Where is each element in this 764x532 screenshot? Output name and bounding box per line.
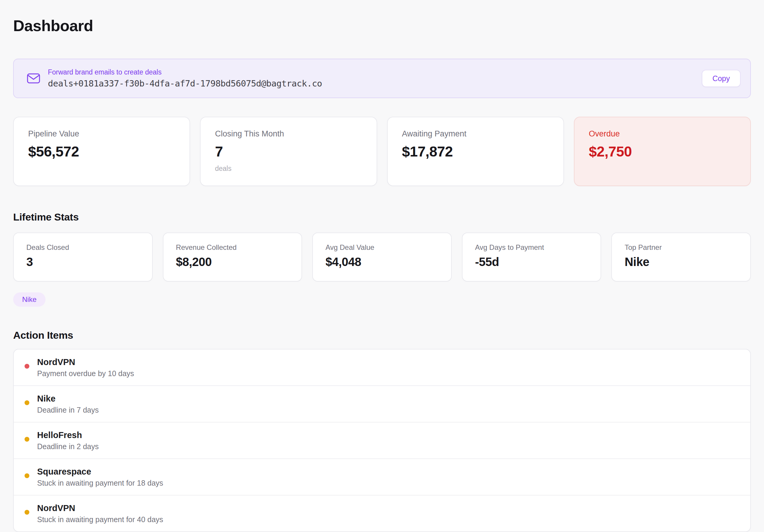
status-dot-amber bbox=[25, 473, 29, 478]
action-item-nike-deadline[interactable]: Nike Deadline in 7 days bbox=[14, 385, 750, 422]
copy-button[interactable]: Copy bbox=[702, 70, 741, 87]
action-item-detail: Stuck in awaiting payment for 18 days bbox=[37, 478, 163, 488]
forward-email-address: deals+0181a337-f30b-4dfa-af7d-1798bd5607… bbox=[48, 78, 702, 88]
stat-label: Awaiting Payment bbox=[402, 129, 549, 139]
stat-value: 7 bbox=[215, 143, 362, 160]
stat-value: $2,750 bbox=[589, 143, 736, 160]
action-item-text: NordVPN Stuck in awaiting payment for 40… bbox=[37, 503, 163, 524]
action-items-list: NordVPN Payment overdue by 10 days Nike … bbox=[13, 349, 751, 532]
lifetime-value: 3 bbox=[26, 255, 139, 269]
stat-card-awaiting-payment: Awaiting Payment $17,872 bbox=[387, 117, 564, 186]
stat-label: Pipeline Value bbox=[28, 129, 175, 139]
lifetime-value: $8,200 bbox=[176, 255, 289, 269]
stat-card-closing-this-month: Closing This Month 7 deals bbox=[200, 117, 377, 186]
stat-value: $17,872 bbox=[402, 143, 549, 160]
banner-text: Forward brand emails to create deals dea… bbox=[48, 68, 702, 88]
action-items-heading: Action Items bbox=[13, 330, 751, 341]
action-item-text: HelloFresh Deadline in 2 days bbox=[37, 430, 99, 451]
status-dot-amber bbox=[25, 437, 29, 442]
status-dot-amber bbox=[25, 400, 29, 405]
stat-value: $56,572 bbox=[28, 143, 175, 160]
stat-card-overdue: Overdue $2,750 bbox=[574, 117, 751, 186]
action-item-detail: Payment overdue by 10 days bbox=[37, 369, 134, 378]
lifetime-label: Avg Deal Value bbox=[325, 243, 439, 252]
dashboard-page: Dashboard Forward brand emails to create… bbox=[0, 0, 764, 532]
action-item-name: NordVPN bbox=[37, 357, 134, 367]
action-item-text: NordVPN Payment overdue by 10 days bbox=[37, 357, 134, 378]
lifetime-card-revenue-collected: Revenue Collected $8,200 bbox=[163, 232, 302, 282]
lifetime-label: Avg Days to Payment bbox=[475, 243, 588, 252]
action-item-detail: Stuck in awaiting payment for 40 days bbox=[37, 515, 163, 524]
action-item-name: Nike bbox=[37, 393, 99, 404]
stat-card-pipeline-value: Pipeline Value $56,572 bbox=[13, 117, 190, 186]
lifetime-card-deals-closed: Deals Closed 3 bbox=[13, 232, 153, 282]
status-dot-red bbox=[25, 364, 29, 369]
action-item-detail: Deadline in 7 days bbox=[37, 405, 99, 415]
envelope-icon bbox=[27, 73, 40, 84]
action-item-nordvpn-overdue[interactable]: NordVPN Payment overdue by 10 days bbox=[14, 349, 750, 385]
lifetime-card-top-partner: Top Partner Nike bbox=[611, 232, 751, 282]
lifetime-label: Top Partner bbox=[625, 243, 738, 252]
status-dot-amber bbox=[25, 510, 29, 515]
lifetime-card-avg-days-to-payment: Avg Days to Payment -55d bbox=[462, 232, 601, 282]
lifetime-label: Deals Closed bbox=[26, 243, 139, 252]
action-item-text: Nike Deadline in 7 days bbox=[37, 393, 99, 415]
lifetime-value: -55d bbox=[475, 255, 588, 269]
lifetime-stats-row: Deals Closed 3 Revenue Collected $8,200 … bbox=[13, 232, 751, 282]
lifetime-value: Nike bbox=[625, 255, 738, 269]
stat-sub-label: deals bbox=[215, 165, 362, 173]
action-item-detail: Deadline in 2 days bbox=[37, 442, 99, 451]
stat-label: Overdue bbox=[589, 129, 736, 139]
action-item-hellofresh-deadline[interactable]: HelloFresh Deadline in 2 days bbox=[14, 422, 750, 459]
lifetime-value: $4,048 bbox=[325, 255, 439, 269]
page-title: Dashboard bbox=[13, 0, 751, 35]
lifetime-stats-heading: Lifetime Stats bbox=[13, 211, 751, 223]
stats-row: Pipeline Value $56,572 Closing This Mont… bbox=[13, 117, 751, 186]
action-item-name: Squarespace bbox=[37, 466, 163, 477]
banner-title: Forward brand emails to create deals bbox=[48, 68, 702, 76]
stat-label: Closing This Month bbox=[215, 129, 362, 139]
lifetime-label: Revenue Collected bbox=[176, 243, 289, 252]
action-item-name: HelloFresh bbox=[37, 430, 99, 441]
action-item-text: Squarespace Stuck in awaiting payment fo… bbox=[37, 466, 163, 488]
action-item-squarespace-stuck[interactable]: Squarespace Stuck in awaiting payment fo… bbox=[14, 459, 750, 495]
partner-badge-nike[interactable]: Nike bbox=[13, 292, 46, 307]
action-item-nordvpn-stuck[interactable]: NordVPN Stuck in awaiting payment for 40… bbox=[14, 495, 750, 531]
lifetime-card-avg-deal-value: Avg Deal Value $4,048 bbox=[312, 232, 452, 282]
forward-email-banner: Forward brand emails to create deals dea… bbox=[13, 59, 751, 98]
action-item-name: NordVPN bbox=[37, 503, 163, 513]
